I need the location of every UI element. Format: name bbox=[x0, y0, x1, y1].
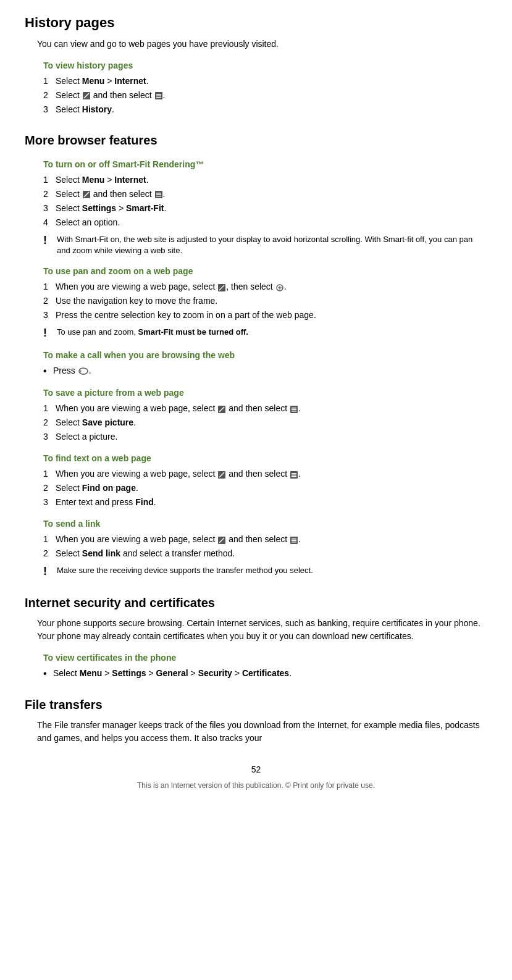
svg-rect-28 bbox=[292, 473, 296, 474]
footer-page-number: 52 bbox=[25, 763, 487, 776]
history-pages-intro: You can view and go to web pages you hav… bbox=[37, 38, 487, 51]
svg-rect-22 bbox=[292, 408, 296, 409]
ft-step-3: 3 Enter text and press Find. bbox=[43, 496, 487, 509]
svg-rect-24 bbox=[292, 411, 296, 412]
phone-icon bbox=[78, 367, 89, 375]
smart-fit-steps: 1 Select Menu > Internet. 2 Select and t… bbox=[43, 174, 487, 229]
ft-step-1: 1 When you are viewing a web page, selec… bbox=[43, 467, 487, 480]
internet-security-intro: Your phone supports secure browsing. Cer… bbox=[37, 617, 487, 643]
sl-step-1: 1 When you are viewing a web page, selec… bbox=[43, 533, 487, 546]
view-certs-steps: • Select Menu > Settings > General > Sec… bbox=[43, 667, 487, 681]
view-history-heading: To view history pages bbox=[43, 59, 487, 72]
sf-step-4: 4 Select an option. bbox=[43, 216, 487, 229]
internet-security-heading: Internet security and certificates bbox=[25, 593, 487, 612]
send-link-heading: To send a link bbox=[43, 517, 487, 530]
smart-fit-heading: To turn on or off Smart-Fit Rendering™ bbox=[43, 158, 487, 171]
find-text-heading: To find text on a web page bbox=[43, 452, 487, 465]
sp-step-2: 2 Select Save picture. bbox=[43, 416, 487, 429]
pencil-icon-5 bbox=[217, 471, 226, 479]
svg-rect-11 bbox=[156, 195, 161, 196]
view-certs-heading: To view certificates in the phone bbox=[43, 651, 487, 664]
vc-step-1: • Select Menu > Settings > General > Sec… bbox=[43, 667, 487, 681]
ft-step-2: 2 Select Find on page. bbox=[43, 482, 487, 495]
save-picture-heading: To save a picture from a web page bbox=[43, 387, 487, 400]
sf-step-1: 1 Select Menu > Internet. bbox=[43, 174, 487, 186]
bullet-icon-2: • bbox=[43, 667, 53, 681]
sp-step-1: 1 When you are viewing a web page, selec… bbox=[43, 402, 487, 415]
view-history-steps: 1 Select Menu > Internet. 2 Select and t… bbox=[43, 75, 487, 116]
step-1: 1 Select Menu > Internet. bbox=[43, 75, 487, 88]
more-browser-heading: More browser features bbox=[25, 131, 487, 149]
pz-step-2: 2 Use the navigation key to move the fra… bbox=[43, 295, 487, 308]
step-2: 2 Select and then select . bbox=[43, 89, 487, 102]
call-browsing-heading: To make a call when you are browsing the… bbox=[43, 349, 487, 362]
pan-zoom-steps: 1 When you are viewing a web page, selec… bbox=[43, 280, 487, 322]
send-link-note: ! Make sure the receiving device support… bbox=[43, 565, 487, 579]
bullet-icon: • bbox=[43, 364, 53, 378]
find-text-steps: 1 When you are viewing a web page, selec… bbox=[43, 467, 487, 509]
cb-step-1: • Press . bbox=[43, 364, 487, 378]
pencil-icon-2 bbox=[82, 190, 91, 199]
pencil-icon-4 bbox=[217, 405, 226, 414]
svg-rect-35 bbox=[292, 540, 296, 541]
pan-zoom-heading: To use pan and zoom on a web page bbox=[43, 265, 487, 278]
file-transfers-heading: File transfers bbox=[25, 695, 487, 714]
menu-icon-2 bbox=[154, 190, 163, 199]
svg-rect-4 bbox=[156, 94, 161, 95]
call-browsing-steps: • Press . bbox=[43, 364, 487, 378]
pencil-icon bbox=[82, 91, 91, 100]
footer-copyright: This is an Internet version of this publ… bbox=[25, 780, 487, 791]
svg-rect-10 bbox=[156, 193, 161, 194]
svg-rect-12 bbox=[156, 196, 161, 197]
sf-step-3: 3 Select Settings > Smart-Fit. bbox=[43, 202, 487, 215]
note-exclamation-icon: ! bbox=[43, 234, 53, 248]
pencil-icon-6 bbox=[217, 536, 226, 545]
svg-rect-30 bbox=[292, 476, 296, 477]
menu-icon bbox=[154, 91, 163, 100]
svg-rect-34 bbox=[292, 538, 296, 540]
save-picture-steps: 1 When you are viewing a web page, selec… bbox=[43, 402, 487, 443]
pencil-icon-3 bbox=[217, 283, 226, 292]
sl-step-2: 2 Select Send link and select a transfer… bbox=[43, 547, 487, 560]
svg-rect-29 bbox=[292, 474, 296, 475]
menu-icon-4 bbox=[290, 471, 298, 479]
note-exclamation-icon-3: ! bbox=[43, 565, 53, 579]
note-exclamation-icon-2: ! bbox=[43, 327, 53, 340]
history-pages-heading: History pages bbox=[25, 12, 487, 33]
smart-fit-note: ! With Smart-Fit on, the web site is adj… bbox=[43, 234, 487, 256]
pz-step-3: 3 Press the centre selection key to zoom… bbox=[43, 309, 487, 322]
send-link-steps: 1 When you are viewing a web page, selec… bbox=[43, 533, 487, 560]
svg-rect-36 bbox=[292, 542, 296, 543]
file-transfers-intro: The File transfer manager keeps track of… bbox=[37, 719, 487, 745]
svg-rect-6 bbox=[156, 97, 161, 98]
svg-rect-5 bbox=[156, 96, 161, 97]
menu-icon-5 bbox=[290, 536, 298, 545]
zoom-icon bbox=[275, 283, 284, 292]
step-3: 3 Select History. bbox=[43, 103, 487, 116]
sf-step-2: 2 Select and then select . bbox=[43, 188, 487, 201]
svg-rect-23 bbox=[292, 409, 296, 410]
sp-step-3: 3 Select a picture. bbox=[43, 430, 487, 443]
pz-step-1: 1 When you are viewing a web page, selec… bbox=[43, 280, 487, 293]
pan-zoom-note: ! To use pan and zoom, Smart-Fit must be… bbox=[43, 327, 487, 340]
menu-icon-3 bbox=[290, 405, 298, 414]
